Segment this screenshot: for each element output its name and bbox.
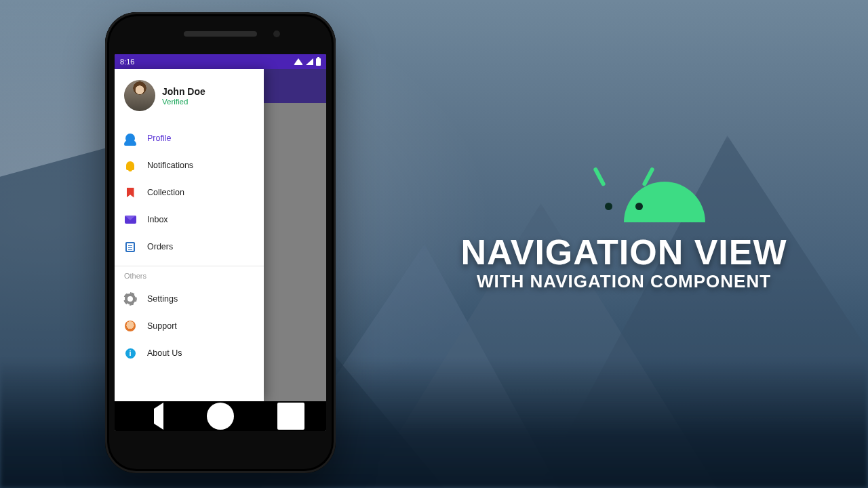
person-icon — [124, 132, 136, 144]
drawer-item-settings[interactable]: Settings — [115, 285, 264, 312]
nav-home-button[interactable] — [207, 403, 234, 430]
nav-recent-button[interactable] — [277, 403, 304, 430]
drawer-item-inbox[interactable]: Inbox — [115, 206, 264, 233]
square-recent-icon — [277, 403, 304, 430]
drawer-item-label: Support — [147, 321, 177, 331]
hero: NAVIGATION VIEW WITH NAVIGATION COMPONEN… — [407, 169, 841, 292]
drawer-menu-secondary: Settings Support i About Us — [115, 281, 264, 368]
drawer-item-about[interactable]: i About Us — [115, 340, 264, 367]
system-navbar — [115, 401, 326, 431]
drawer-item-profile[interactable]: Profile — [115, 125, 264, 152]
bell-icon — [124, 159, 136, 171]
drawer-item-label: Settings — [147, 294, 178, 304]
hero-subtitle: WITH NAVIGATION COMPONENT — [407, 271, 841, 292]
drawer-item-label: Collection — [147, 188, 184, 197]
drawer-item-label: About Us — [147, 348, 182, 358]
battery-icon — [316, 58, 321, 66]
orders-icon — [124, 241, 136, 253]
gear-icon — [124, 293, 136, 305]
info-icon: i — [124, 347, 136, 359]
user-status: Verified — [162, 98, 205, 106]
circle-home-icon — [207, 403, 234, 430]
drawer-item-support[interactable]: Support — [115, 312, 264, 340]
support-icon — [124, 320, 136, 332]
drawer-item-collection[interactable]: Collection — [115, 179, 264, 206]
drawer-item-label: Profile — [147, 134, 171, 143]
drawer-section-label: Others — [115, 266, 264, 281]
drawer-item-notifications[interactable]: Notifications — [115, 152, 264, 179]
wifi-icon — [294, 58, 303, 65]
user-name: John Doe — [162, 86, 205, 97]
phone-screen: 8:16 John Doe Verified Profile — [115, 54, 326, 431]
triangle-back-icon — [136, 403, 163, 430]
android-logo-icon — [583, 169, 665, 222]
navigation-drawer[interactable]: John Doe Verified Profile Notifications … — [115, 69, 264, 401]
drawer-item-label: Inbox — [147, 215, 168, 224]
statusbar-time: 8:16 — [120, 58, 134, 66]
phone-earpiece — [184, 31, 257, 37]
phone-sensor — [273, 30, 280, 37]
nav-back-button[interactable] — [136, 403, 163, 430]
mail-icon — [124, 214, 136, 226]
drawer-menu-primary: Profile Notifications Collection Inbox O… — [115, 121, 264, 262]
avatar[interactable] — [124, 80, 155, 111]
hero-title: NAVIGATION VIEW — [407, 232, 841, 272]
drawer-item-orders[interactable]: Orders — [115, 233, 264, 260]
drawer-item-label: Notifications — [147, 161, 193, 170]
phone-frame: 8:16 John Doe Verified Profile — [105, 12, 336, 473]
cell-signal-icon — [306, 58, 313, 65]
bookmark-icon — [124, 186, 136, 199]
drawer-item-label: Orders — [147, 242, 173, 251]
statusbar: 8:16 — [115, 54, 326, 69]
drawer-header: John Doe Verified — [115, 69, 264, 121]
